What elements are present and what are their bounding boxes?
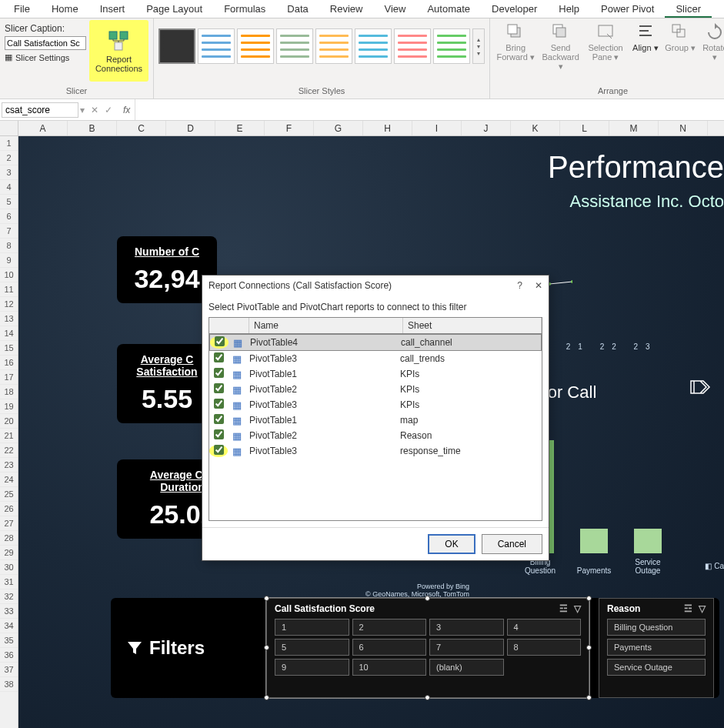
row-header[interactable]: 6 xyxy=(0,209,18,224)
col-header[interactable]: J xyxy=(462,121,511,135)
slicer-style-5[interactable] xyxy=(355,28,392,64)
row-header[interactable]: 8 xyxy=(0,239,18,253)
row-checkbox[interactable] xyxy=(214,414,224,424)
fx-icon[interactable]: fx xyxy=(118,105,135,115)
tab-slicer[interactable]: Slicer xyxy=(665,0,712,18)
slicer-style-2[interactable] xyxy=(237,28,274,64)
slicer-item[interactable]: 7 xyxy=(429,639,504,656)
group-button[interactable]: Group ▾ xyxy=(664,20,696,53)
selection-pane-button[interactable]: Selection Pane ▾ xyxy=(585,20,626,62)
row-header[interactable]: 21 xyxy=(0,429,18,443)
table-row[interactable]: ▦PivotTable3call_trends xyxy=(209,351,542,366)
table-row[interactable]: ▦PivotTable4call_channel xyxy=(209,334,542,351)
report-connections-button[interactable]: Report Connections xyxy=(89,20,148,82)
table-row[interactable]: ▦PivotTable2KPIs xyxy=(209,382,542,397)
send-backward-button[interactable]: Send Backward ▾ xyxy=(539,20,581,72)
row-header[interactable]: 32 xyxy=(0,589,18,604)
row-header[interactable]: 7 xyxy=(0,224,18,239)
row-header[interactable]: 33 xyxy=(0,604,18,619)
slicer-item[interactable]: 9 xyxy=(275,659,349,676)
row-header[interactable]: 1 xyxy=(0,136,18,151)
close-icon[interactable]: ✕ xyxy=(535,280,542,291)
row-header[interactable]: 10 xyxy=(0,268,18,282)
row-header[interactable]: 19 xyxy=(0,399,18,414)
col-header[interactable]: F xyxy=(265,121,314,135)
slicer-item[interactable]: 4 xyxy=(507,619,582,636)
tab-automate[interactable]: Automate xyxy=(416,0,481,18)
tab-insert[interactable]: Insert xyxy=(89,0,136,18)
tab-data[interactable]: Data xyxy=(276,0,319,18)
col-header[interactable]: K xyxy=(511,121,560,135)
slicer-styles-gallery[interactable]: ▴▾▾ xyxy=(158,20,485,72)
col-header[interactable]: D xyxy=(166,121,215,135)
align-button[interactable]: Align ▾ xyxy=(629,20,661,53)
slicer-item[interactable]: Billing Question xyxy=(607,619,706,636)
row-header[interactable]: 36 xyxy=(0,648,18,663)
help-icon[interactable]: ? xyxy=(517,280,522,291)
table-row[interactable]: ▦PivotTable1KPIs xyxy=(209,366,542,382)
row-header[interactable]: 17 xyxy=(0,370,18,385)
col-header[interactable]: L xyxy=(560,121,609,135)
slicer-item[interactable]: (blank) xyxy=(429,659,504,676)
table-row[interactable]: ▦PivotTable3KPIs xyxy=(209,397,542,412)
col-header[interactable]: C xyxy=(117,121,166,135)
row-header[interactable]: 15 xyxy=(0,341,18,356)
multiselect-icon[interactable]: ☲ xyxy=(559,603,568,614)
row-header[interactable]: 28 xyxy=(0,531,18,546)
row-header[interactable]: 29 xyxy=(0,546,18,560)
col-header[interactable]: N xyxy=(659,121,708,135)
table-row[interactable]: ▦PivotTable3response_time xyxy=(209,443,542,459)
row-header[interactable]: 2 xyxy=(0,151,18,165)
slicer-item[interactable]: 10 xyxy=(352,659,427,676)
row-header[interactable]: 37 xyxy=(0,663,18,677)
slicer-caption-input[interactable] xyxy=(5,36,86,50)
slicer-style-6[interactable] xyxy=(394,28,431,64)
clear-filter-icon[interactable]: ▽ xyxy=(574,603,581,614)
row-header[interactable]: 14 xyxy=(0,326,18,341)
row-header[interactable]: 3 xyxy=(0,165,18,180)
row-header[interactable]: 12 xyxy=(0,297,18,312)
slicer-item[interactable]: 5 xyxy=(275,639,349,656)
row-header[interactable]: 27 xyxy=(0,516,18,531)
bring-forward-button[interactable]: Bring Forward ▾ xyxy=(495,20,536,62)
row-header[interactable]: 11 xyxy=(0,282,18,297)
row-header[interactable]: 20 xyxy=(0,414,18,429)
slicer-style-7[interactable] xyxy=(433,28,470,64)
row-header[interactable]: 9 xyxy=(0,253,18,268)
row-header[interactable]: 4 xyxy=(0,180,18,195)
row-header[interactable]: 31 xyxy=(0,575,18,589)
tab-file[interactable]: File xyxy=(3,0,41,18)
slicer-style-1[interactable] xyxy=(198,28,235,64)
col-header[interactable]: I xyxy=(412,121,462,135)
slicer-settings-button[interactable]: ▦ Slicer Settings xyxy=(5,52,86,62)
col-header[interactable]: B xyxy=(68,121,117,135)
row-header[interactable]: 16 xyxy=(0,356,18,370)
row-header[interactable]: 22 xyxy=(0,443,18,458)
multiselect-icon[interactable]: ☲ xyxy=(684,603,692,614)
row-checkbox[interactable] xyxy=(214,399,224,409)
slicer-reason[interactable]: Reason ☲ ▽ Billing QuestionPaymentsServi… xyxy=(599,598,714,698)
gallery-more-button[interactable]: ▴▾▾ xyxy=(472,28,485,64)
col-header[interactable]: H xyxy=(363,121,412,135)
col-header[interactable]: M xyxy=(609,121,659,135)
row-checkbox[interactable] xyxy=(214,429,224,439)
row-header[interactable]: 35 xyxy=(0,633,18,648)
row-header[interactable]: 26 xyxy=(0,502,18,516)
rotate-button[interactable]: Rotate ▾ xyxy=(699,20,724,62)
row-header[interactable]: 24 xyxy=(0,473,18,487)
tab-page-layout[interactable]: Page Layout xyxy=(135,0,213,18)
row-header[interactable]: 5 xyxy=(0,195,18,209)
clear-filter-icon[interactable]: ▽ xyxy=(699,603,706,614)
cancel-button[interactable]: Cancel xyxy=(482,534,542,554)
row-header[interactable]: 18 xyxy=(0,385,18,399)
slicer-item[interactable]: 6 xyxy=(352,639,427,656)
enter-icon[interactable]: ✓ xyxy=(105,105,112,115)
row-checkbox[interactable] xyxy=(214,445,224,455)
slicer-style-4[interactable] xyxy=(315,28,352,64)
row-header[interactable]: 30 xyxy=(0,560,18,575)
slicer-item[interactable]: Service Outage xyxy=(607,659,706,676)
row-checkbox[interactable] xyxy=(215,336,225,346)
table-row[interactable]: ▦PivotTable2Reason xyxy=(209,428,542,443)
row-header[interactable]: 38 xyxy=(0,677,18,692)
tab-formulas[interactable]: Formulas xyxy=(213,0,276,18)
